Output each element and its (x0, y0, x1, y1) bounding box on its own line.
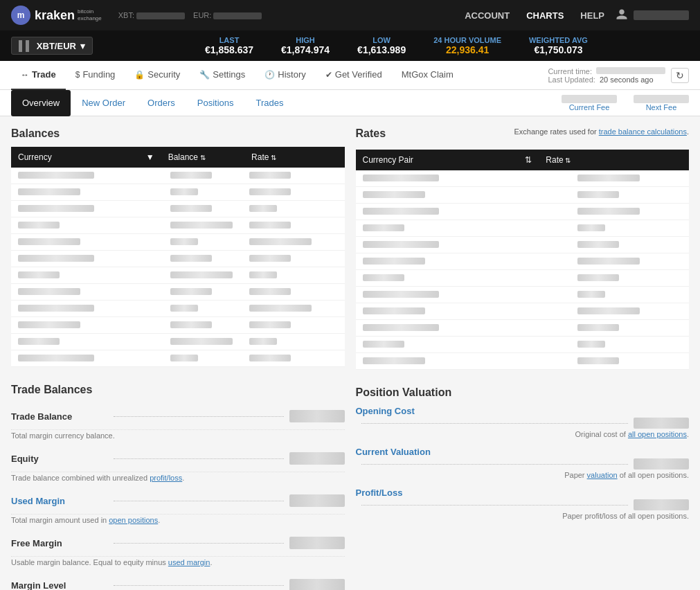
dots (361, 423, 629, 424)
table-row (11, 334, 345, 350)
opening-cost-row: Opening Cost Original cost of all open p… (356, 406, 690, 438)
margin-level-row: Margin Level (11, 572, 345, 590)
table-row (356, 220, 690, 237)
table-row (11, 301, 345, 317)
last-updated-value: 20 seconds ago (600, 75, 654, 84)
tab-history[interactable]: 🕐 History (255, 61, 315, 90)
brand-sub: bitcoin exchange (78, 8, 102, 21)
col-rate-header[interactable]: Rate (539, 150, 689, 170)
subnav-overview[interactable]: Overview (11, 90, 71, 116)
col-currency-header[interactable]: Currency ▼ (11, 147, 161, 168)
table-row (11, 267, 345, 284)
valuation-link[interactable]: valuation (587, 471, 618, 479)
tab-security-label: Security (147, 69, 180, 80)
subnav-positions[interactable]: Positions (186, 90, 245, 116)
current-valuation-note: Paper valuation of all open positions. (356, 471, 690, 479)
dots (114, 458, 284, 459)
table-row (356, 353, 690, 370)
current-time-value (596, 67, 665, 74)
nav-links: ACCOUNT CHARTS HELP (465, 10, 604, 21)
table-row (356, 303, 690, 320)
tab-trade-label: Trade (32, 69, 56, 80)
user-redacted (634, 10, 689, 20)
free-margin-note: Usable margin balance. Equal to equity m… (11, 557, 345, 572)
rates-title: Rates (356, 127, 386, 140)
dots (361, 464, 629, 465)
logo-icon: m (11, 6, 30, 25)
col-rate-header[interactable]: Rate (244, 147, 344, 168)
table-row (356, 253, 690, 270)
pair-sort-icon: ⇅ (525, 155, 532, 165)
trade-balance-note: Total margin currency balance. (11, 430, 345, 445)
position-valuation-title: Position Valuation (356, 386, 690, 399)
trade-balances-title: Trade Balances (11, 384, 345, 396)
left-panel: Balances Currency ▼ Balance Rate (11, 127, 345, 590)
table-row (356, 237, 690, 253)
table-row (356, 287, 690, 303)
dots (114, 543, 284, 544)
tab-security[interactable]: 🔒 Security (125, 61, 190, 90)
time-area: Current time: Last Updated: 20 seconds a… (548, 67, 665, 84)
subnav-orders[interactable]: Orders (136, 90, 186, 116)
logo: m kraken bitcoin exchange (11, 6, 102, 25)
ticker-eur: EUR: (193, 11, 262, 19)
table-row (356, 270, 690, 287)
opening-cost-note: Original cost of all open positions. (356, 430, 690, 438)
nav-account[interactable]: ACCOUNT (465, 10, 510, 21)
table-row (11, 317, 345, 334)
balances-table: Currency ▼ Balance Rate (11, 147, 345, 168)
stat-last: LAST €1,858.637 (205, 36, 253, 55)
ticker-stats: LAST €1,858.637 HIGH €1,874.974 LOW €1,6… (104, 36, 689, 55)
trade-balances-section: Trade Balances Trade Balance Total margi… (11, 384, 345, 590)
table-row (11, 168, 345, 184)
open-positions-link[interactable]: open positions (109, 516, 158, 524)
main-content: Balances Currency ▼ Balance Rate (0, 116, 700, 590)
trade-balance-link[interactable]: trade balance calculations (599, 127, 687, 136)
xbt-value (136, 12, 185, 19)
tab-mtgox[interactable]: MtGox Claim (392, 61, 463, 90)
dots (114, 585, 284, 586)
equity-row: Equity (11, 445, 345, 472)
equity-value (289, 452, 345, 465)
subnav-new-order[interactable]: New Order (71, 90, 136, 116)
margin-level-value (289, 579, 345, 590)
col-balance-header[interactable]: Balance (161, 147, 244, 168)
pair-selector[interactable]: ▌▌ XBT/EUR ▾ (11, 37, 93, 55)
equity-note: Trade balance combined with unrealized p… (11, 472, 345, 488)
tab-funding[interactable]: $ Funding (66, 61, 125, 90)
tab-settings[interactable]: 🔧 Settings (190, 61, 255, 90)
rates-rows (356, 170, 690, 370)
profit-loss-link[interactable]: profit/loss (150, 474, 182, 482)
rates-note: Exchange rates used for trade balance ca… (514, 127, 689, 136)
user-icon[interactable] (616, 8, 628, 23)
col-pair-header[interactable]: Currency Pair ⇅ (356, 150, 539, 170)
currency-dropdown-icon: ▼ (146, 152, 154, 162)
table-row (356, 320, 690, 337)
all-open-positions-link[interactable]: all open positions (628, 430, 687, 438)
refresh-button[interactable]: ↻ (671, 68, 689, 83)
rates-table: Currency Pair ⇅ Rate (356, 150, 690, 170)
table-row (11, 234, 345, 251)
nav-charts[interactable]: CHARTS (526, 10, 564, 21)
eur-value (213, 12, 262, 19)
ticker-area: XBT: EUR: (118, 11, 465, 19)
dots (114, 501, 284, 501)
stat-low: LOW €1,613.989 (357, 36, 406, 55)
profit-loss-row: Profit/Loss Paper profit/loss of all ope… (356, 488, 690, 520)
dropdown-arrow: ▾ (80, 41, 85, 51)
verified-icon: ✔ (325, 70, 332, 80)
last-updated-row: Last Updated: 20 seconds ago (548, 75, 665, 84)
stat-high: HIGH €1,874.974 (281, 36, 330, 55)
tab-get-verified[interactable]: ✔ Get Verified (316, 61, 392, 90)
balances-title: Balances (11, 127, 345, 140)
used-margin-link[interactable]: used margin (168, 558, 210, 566)
sub-navigation: Overview New Order Orders Positions Trad… (0, 90, 700, 116)
nav-help[interactable]: HELP (580, 10, 604, 21)
right-panel: Rates Exchange rates used for trade bala… (356, 127, 690, 590)
table-row (356, 204, 690, 220)
free-margin-row: Free Margin (11, 530, 345, 557)
subnav-trades[interactable]: Trades (245, 90, 295, 116)
fee-area: Current Fee Next Fee (562, 95, 689, 111)
tab-trade[interactable]: ↔ Trade (11, 61, 66, 90)
history-icon: 🕐 (264, 70, 275, 80)
